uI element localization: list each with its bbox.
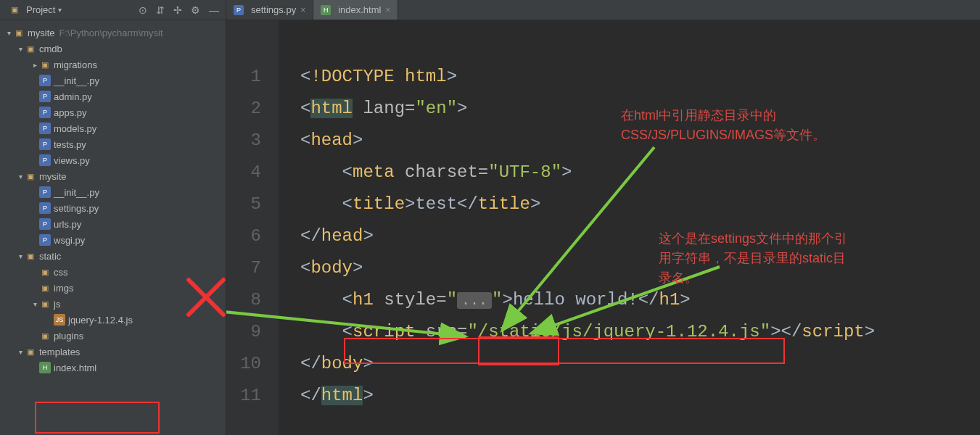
editor-tab[interactable]: Psettings.py×: [226, 0, 313, 20]
python-file-icon: P: [39, 154, 51, 166]
tree-label: migrations: [54, 59, 97, 70]
package-icon: ▣: [39, 59, 51, 70]
code-line[interactable]: <h1 style="...">hello world!</h1>: [300, 284, 980, 316]
python-file-icon: P: [234, 5, 244, 15]
tree-row[interactable]: ▸Ptests.py: [0, 136, 226, 152]
html-file-icon: H: [39, 362, 51, 373]
tree-row[interactable]: ▾▣mysite: [0, 168, 226, 184]
expand-icon[interactable]: ✢: [171, 3, 184, 17]
tree-label: __init__.py: [54, 187, 99, 198]
tree-row[interactable]: ▾▣templates: [0, 344, 226, 360]
line-number: 1: [226, 61, 279, 93]
folder-icon: ▣: [39, 330, 51, 341]
project-icon: ▣: [9, 4, 20, 16]
code-line[interactable]: <body>: [300, 252, 980, 284]
tree-label: wsgi.py: [54, 235, 85, 246]
line-number: 2: [226, 93, 279, 125]
tree-row[interactable]: ▸P__init__.py: [0, 184, 226, 200]
tree-row[interactable]: ▸Hindex.html: [0, 360, 226, 376]
line-number: 8: [226, 284, 279, 316]
code-line[interactable]: </head>: [300, 220, 980, 252]
tree-row[interactable]: ▸Purls.py: [0, 216, 226, 232]
html-file-icon: H: [321, 5, 331, 15]
python-file-icon: P: [39, 75, 51, 86]
python-file-icon: P: [39, 91, 51, 102]
code-area[interactable]: <!DOCTYPE html><html lang="en"><head> <m…: [279, 20, 980, 435]
code-line[interactable]: <title>test</title>: [300, 188, 980, 220]
python-file-icon: P: [39, 202, 51, 214]
editor-tab[interactable]: Hindex.html×: [313, 0, 398, 20]
editor[interactable]: 1234567891011 <!DOCTYPE html><html lang=…: [226, 20, 980, 435]
tree-label: views.py: [54, 155, 90, 166]
line-number: 4: [226, 157, 279, 188]
editor-main: Psettings.py×Hindex.html× 1234567891011 …: [226, 0, 980, 435]
sidebar-title-text: Project: [26, 4, 55, 15]
tree-row[interactable]: ▸Pviews.py: [0, 152, 226, 168]
tree-label: apps.py: [54, 107, 87, 118]
tree-label: tests.py: [54, 139, 86, 150]
tree-row[interactable]: ▸▣migrations: [0, 57, 226, 72]
code-line[interactable]: <meta charset="UTF-8">: [300, 157, 980, 188]
project-tree[interactable]: ▾▣mysiteF:\Python\pycharm\mysit▾▣cmdb▸▣m…: [0, 20, 226, 435]
line-number: 11: [226, 380, 279, 412]
folder-icon: ▣: [25, 346, 36, 357]
folder-icon: ▣: [39, 282, 51, 294]
code-line[interactable]: </body>: [300, 348, 980, 380]
code-line[interactable]: <script src="/static/js/jquery-1.12.4.js…: [300, 316, 980, 348]
project-sidebar: ▣ Project ▾ ⊙ ⇵ ✢ ⚙ — ▾▣mysiteF:\Python\…: [0, 0, 226, 435]
line-number: 3: [226, 125, 279, 157]
tree-label: templates: [39, 347, 80, 357]
chevron-down-icon: ▾: [58, 6, 62, 14]
package-icon: ▣: [25, 170, 36, 182]
tree-label: admin.py: [54, 91, 92, 102]
tree-label: mysite: [28, 28, 55, 38]
code-line[interactable]: <!DOCTYPE html>: [300, 61, 980, 93]
python-file-icon: P: [39, 123, 51, 134]
code-line[interactable]: <head>: [300, 125, 980, 157]
tree-row[interactable]: ▸Padmin.py: [0, 88, 226, 104]
tree-row[interactable]: ▾▣static: [0, 248, 226, 264]
editor-tabs: Psettings.py×Hindex.html×: [226, 0, 980, 20]
red-highlight-templates: [35, 402, 160, 434]
tree-label: mysite: [39, 171, 67, 182]
tree-label: js: [54, 299, 60, 310]
tab-label: index.html: [338, 4, 381, 15]
hide-icon[interactable]: —: [207, 3, 221, 17]
tree-row[interactable]: ▾▣cmdb: [0, 41, 226, 57]
tree-label: cmdb: [39, 44, 62, 54]
tree-row[interactable]: ▸Pwsgi.py: [0, 232, 226, 248]
sidebar-tools: ⊙ ⇵ ✢ ⚙ —: [136, 3, 221, 17]
tree-path: F:\Python\pycharm\mysit: [59, 28, 163, 38]
tree-label: settings.py: [54, 203, 99, 214]
line-number: 9: [226, 316, 279, 348]
line-number: 6: [226, 220, 279, 252]
tree-label: jquery-1.12.4.js: [68, 315, 133, 326]
gear-icon[interactable]: ⚙: [189, 3, 202, 17]
close-icon[interactable]: ×: [300, 5, 305, 15]
code-line[interactable]: <html lang="en">: [300, 93, 980, 125]
python-file-icon: P: [39, 107, 51, 118]
tree-row[interactable]: ▸Papps.py: [0, 104, 226, 120]
tree-row[interactable]: ▸P__init__.py: [0, 72, 226, 88]
tree-label: css: [54, 267, 68, 278]
sidebar-header: ▣ Project ▾ ⊙ ⇵ ✢ ⚙ —: [0, 0, 226, 20]
code-line[interactable]: </html>: [300, 380, 980, 412]
line-number: 5: [226, 188, 279, 220]
tree-label: models.py: [54, 123, 96, 134]
line-gutter: 1234567891011: [226, 20, 279, 435]
python-file-icon: P: [39, 218, 51, 230]
tree-label: static: [39, 251, 61, 262]
tree-label: imgs: [54, 283, 73, 294]
tree-label: __init__.py: [54, 75, 99, 86]
tree-row[interactable]: ▸▣plugins: [0, 328, 226, 344]
collapse-all-icon[interactable]: ⇵: [154, 3, 167, 17]
sidebar-title[interactable]: ▣ Project ▾: [4, 3, 66, 17]
folder-icon: ▣: [13, 27, 25, 38]
tree-row[interactable]: ▸Pmodels.py: [0, 120, 226, 136]
close-icon[interactable]: ×: [385, 5, 390, 15]
tree-row[interactable]: ▾▣mysiteF:\Python\pycharm\mysit: [0, 25, 226, 41]
folder-icon: ▣: [25, 250, 36, 262]
scroll-from-source-icon[interactable]: ⊙: [136, 3, 149, 17]
red-x-mark: [186, 277, 226, 318]
tree-row[interactable]: ▸Psettings.py: [0, 200, 226, 216]
